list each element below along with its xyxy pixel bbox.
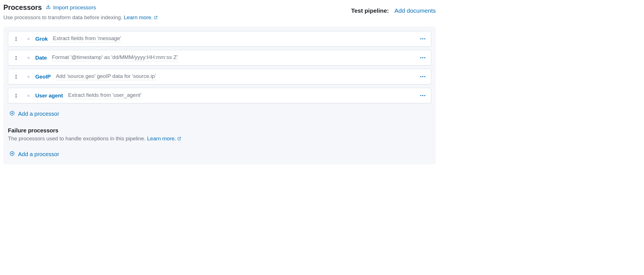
import-processors-label: Import processors [53,5,96,11]
processor-item: User agent Extract fields from 'user_age… [8,88,431,103]
processor-name[interactable]: GeoIP [35,74,51,80]
status-dot [27,95,30,97]
status-dot [27,38,30,40]
svg-rect-3 [420,57,421,58]
processor-description[interactable]: Add 'source.geo' geoIP data for 'source.… [56,73,156,80]
more-actions-button[interactable] [419,56,426,60]
more-actions-button[interactable] [419,37,426,41]
svg-rect-9 [420,95,421,96]
add-processor-label: Add a processor [18,111,59,117]
import-icon [46,4,51,11]
processor-name[interactable]: Grok [35,36,48,42]
header-subtext: Use processors to transform data before … [3,14,158,21]
import-processors-button[interactable]: Import processors [46,4,96,11]
plus-circle-icon [10,111,15,117]
drag-handle-icon[interactable] [13,75,19,79]
failure-title: Failure processors [8,127,431,134]
svg-rect-0 [420,38,421,39]
add-processor-button[interactable]: Add a processor [8,108,61,119]
failure-section: Failure processors The processors used t… [8,127,431,160]
svg-rect-4 [422,57,423,58]
status-dot [27,76,30,78]
more-actions-button[interactable] [419,75,426,78]
failure-learn-more-link[interactable]: Learn more. [147,136,181,141]
add-failure-processor-label: Add a processor [18,151,59,158]
more-actions-button[interactable] [419,94,426,97]
add-failure-processor-button[interactable]: Add a processor [8,149,61,160]
processor-description[interactable]: Extract fields from 'user_agent' [68,92,141,99]
processor-item: GeoIP Add 'source.geo' geoIP data for 's… [8,69,431,84]
processor-name[interactable]: User agent [35,93,63,99]
processor-description[interactable]: Extract fields from 'message' [53,35,121,42]
subtext-text: Use processors to transform data before … [3,14,124,20]
svg-rect-7 [422,76,423,77]
header-left: Processors Import processors Use process… [3,3,158,21]
page-title: Processors [3,3,42,12]
svg-rect-5 [424,57,425,58]
popout-icon [154,15,158,21]
add-documents-button[interactable]: Add documents [395,7,436,14]
drag-handle-icon[interactable] [13,93,19,98]
status-dot [27,57,30,59]
svg-rect-11 [424,95,425,96]
svg-rect-8 [424,76,425,77]
svg-rect-10 [422,95,423,96]
failure-subtext-text: The processors used to handle exceptions… [8,136,147,141]
processor-item: Date Format '@timestamp' as 'dd/MMM/yyyy… [8,50,431,66]
svg-rect-2 [424,38,425,39]
processor-description[interactable]: Format '@timestamp' as 'dd/MMM/yyyy:HH:m… [52,54,178,61]
failure-subtext: The processors used to handle exceptions… [8,136,431,142]
drag-handle-icon[interactable] [13,56,19,60]
processor-item: Grok Extract fields from 'message' [8,31,431,47]
svg-rect-6 [420,76,421,77]
processor-name[interactable]: Date [35,55,47,61]
processor-list: Grok Extract fields from 'message' Date … [8,31,431,103]
test-pipeline-label: Test pipeline: [351,7,389,14]
title-line: Processors Import processors [3,3,158,12]
learn-more-link[interactable]: Learn more. [124,14,158,20]
popout-icon [177,136,181,142]
plus-circle-icon [10,151,15,158]
svg-rect-1 [422,38,423,39]
header-right: Test pipeline: Add documents [351,3,436,14]
header-row: Processors Import processors Use process… [3,3,436,21]
drag-handle-icon[interactable] [13,37,19,41]
processors-panel: Grok Extract fields from 'message' Date … [3,27,436,164]
